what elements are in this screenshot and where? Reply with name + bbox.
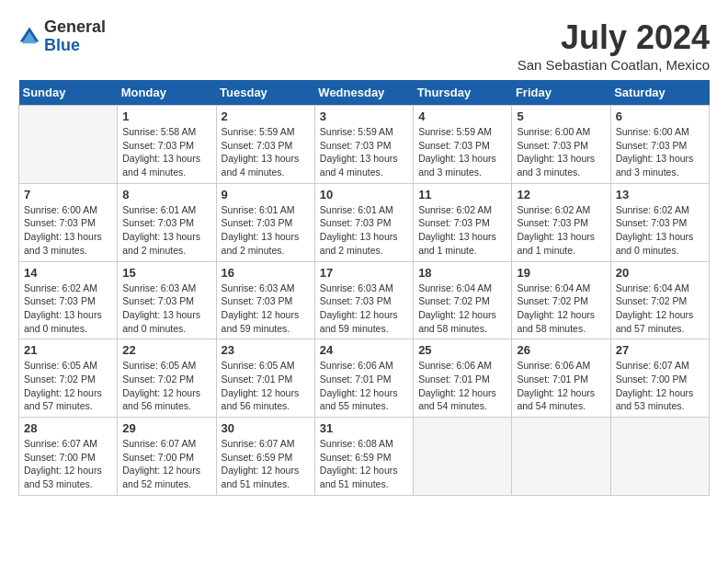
day-header-sunday: Sunday — [19, 80, 118, 106]
cell-details: Sunrise: 6:04 AMSunset: 7:02 PMDaylight:… — [616, 282, 704, 336]
calendar-cell: 28Sunrise: 6:07 AMSunset: 7:00 PMDayligh… — [19, 418, 118, 496]
calendar-cell: 18Sunrise: 6:04 AMSunset: 7:02 PMDayligh… — [414, 261, 512, 339]
day-number: 19 — [517, 266, 605, 280]
cell-details: Sunrise: 6:08 AMSunset: 6:59 PMDaylight:… — [320, 437, 408, 491]
day-number: 1 — [122, 109, 210, 123]
calendar-week-3: 14Sunrise: 6:02 AMSunset: 7:03 PMDayligh… — [19, 261, 710, 339]
day-header-friday: Friday — [512, 80, 610, 106]
calendar-cell: 23Sunrise: 6:05 AMSunset: 7:01 PMDayligh… — [216, 339, 314, 418]
day-number: 22 — [122, 343, 210, 357]
cell-details: Sunrise: 5:58 AMSunset: 7:03 PMDaylight:… — [122, 125, 210, 179]
day-number: 28 — [24, 421, 112, 435]
calendar-cell: 29Sunrise: 6:07 AMSunset: 7:00 PMDayligh… — [118, 418, 216, 496]
day-number: 20 — [616, 266, 704, 280]
cell-details: Sunrise: 6:05 AMSunset: 7:02 PMDaylight:… — [24, 359, 112, 413]
calendar-cell: 24Sunrise: 6:06 AMSunset: 7:01 PMDayligh… — [314, 339, 413, 418]
day-number: 13 — [616, 188, 704, 201]
day-number: 16 — [222, 266, 310, 280]
calendar-cell: 4Sunrise: 5:59 AMSunset: 7:03 PMDaylight… — [414, 106, 512, 184]
day-number: 29 — [122, 421, 210, 435]
logo-general: General — [44, 17, 106, 36]
cell-details: Sunrise: 6:06 AMSunset: 7:01 PMDaylight:… — [320, 359, 408, 413]
day-number: 8 — [122, 188, 210, 201]
calendar-cell: 14Sunrise: 6:02 AMSunset: 7:03 PMDayligh… — [19, 261, 118, 339]
calendar-cell: 9Sunrise: 6:01 AMSunset: 7:03 PMDaylight… — [216, 183, 314, 261]
cell-details: Sunrise: 6:01 AMSunset: 7:03 PMDaylight:… — [320, 203, 408, 258]
calendar-cell: 8Sunrise: 6:01 AMSunset: 7:03 PMDaylight… — [118, 183, 216, 261]
day-number: 31 — [320, 421, 408, 435]
day-number: 23 — [222, 343, 310, 357]
day-number: 4 — [418, 109, 506, 123]
day-number: 26 — [517, 343, 605, 357]
cell-details: Sunrise: 6:06 AMSunset: 7:01 PMDaylight:… — [517, 359, 605, 413]
calendar-cell: 11Sunrise: 6:02 AMSunset: 7:03 PMDayligh… — [414, 183, 512, 261]
cell-details: Sunrise: 6:00 AMSunset: 7:03 PMDaylight:… — [517, 125, 605, 179]
day-number: 2 — [222, 109, 310, 123]
day-number: 17 — [320, 266, 408, 280]
day-number: 24 — [320, 343, 408, 357]
cell-details: Sunrise: 6:07 AMSunset: 7:00 PMDaylight:… — [122, 437, 210, 491]
day-header-saturday: Saturday — [610, 80, 709, 106]
day-number: 12 — [517, 188, 605, 201]
calendar-table: SundayMondayTuesdayWednesdayThursdayFrid… — [18, 80, 710, 496]
cell-details: Sunrise: 6:07 AMSunset: 7:00 PMDaylight:… — [616, 359, 704, 413]
calendar-cell — [19, 106, 118, 184]
calendar-week-1: 1Sunrise: 5:58 AMSunset: 7:03 PMDaylight… — [19, 106, 710, 184]
calendar-cell: 17Sunrise: 6:03 AMSunset: 7:03 PMDayligh… — [314, 261, 413, 339]
cell-details: Sunrise: 6:02 AMSunset: 7:03 PMDaylight:… — [24, 282, 112, 336]
calendar-cell: 31Sunrise: 6:08 AMSunset: 6:59 PMDayligh… — [314, 418, 413, 496]
day-number: 11 — [418, 188, 506, 201]
day-number: 18 — [418, 266, 506, 280]
day-number: 21 — [24, 343, 112, 357]
cell-details: Sunrise: 6:05 AMSunset: 7:01 PMDaylight:… — [222, 359, 310, 413]
cell-details: Sunrise: 5:59 AMSunset: 7:03 PMDaylight:… — [418, 125, 506, 179]
calendar-body: 1Sunrise: 5:58 AMSunset: 7:03 PMDaylight… — [19, 106, 710, 496]
cell-details: Sunrise: 6:00 AMSunset: 7:03 PMDaylight:… — [616, 125, 704, 179]
calendar-cell: 10Sunrise: 6:01 AMSunset: 7:03 PMDayligh… — [314, 183, 413, 261]
cell-details: Sunrise: 6:07 AMSunset: 7:00 PMDaylight:… — [24, 437, 112, 491]
calendar-cell: 26Sunrise: 6:06 AMSunset: 7:01 PMDayligh… — [512, 339, 610, 418]
cell-details: Sunrise: 6:03 AMSunset: 7:03 PMDaylight:… — [222, 282, 310, 336]
day-number: 6 — [616, 109, 704, 123]
calendar-week-2: 7Sunrise: 6:00 AMSunset: 7:03 PMDaylight… — [19, 183, 710, 261]
cell-details: Sunrise: 6:01 AMSunset: 7:03 PMDaylight:… — [222, 203, 310, 258]
calendar-cell — [512, 418, 610, 496]
day-header-tuesday: Tuesday — [216, 80, 314, 106]
day-number: 27 — [616, 343, 704, 357]
cell-details: Sunrise: 6:01 AMSunset: 7:03 PMDaylight:… — [122, 203, 210, 258]
calendar-cell: 7Sunrise: 6:00 AMSunset: 7:03 PMDaylight… — [19, 183, 118, 261]
cell-details: Sunrise: 6:04 AMSunset: 7:02 PMDaylight:… — [517, 282, 605, 336]
day-number: 7 — [24, 188, 112, 201]
month-title: July 2024 — [518, 18, 710, 57]
cell-details: Sunrise: 5:59 AMSunset: 7:03 PMDaylight:… — [320, 125, 408, 179]
cell-details: Sunrise: 6:02 AMSunset: 7:03 PMDaylight:… — [517, 203, 605, 258]
calendar-cell: 19Sunrise: 6:04 AMSunset: 7:02 PMDayligh… — [512, 261, 610, 339]
cell-details: Sunrise: 6:03 AMSunset: 7:03 PMDaylight:… — [320, 282, 408, 336]
day-number: 5 — [517, 109, 605, 123]
cell-details: Sunrise: 5:59 AMSunset: 7:03 PMDaylight:… — [222, 125, 310, 179]
calendar-cell: 1Sunrise: 5:58 AMSunset: 7:03 PMDaylight… — [118, 106, 216, 184]
calendar-cell: 16Sunrise: 6:03 AMSunset: 7:03 PMDayligh… — [216, 261, 314, 339]
calendar-cell — [610, 418, 709, 496]
day-header-wednesday: Wednesday — [314, 80, 413, 106]
page-header: General Blue July 2024 San Sebastian Coa… — [18, 18, 710, 73]
day-number: 25 — [418, 343, 506, 357]
calendar-cell: 21Sunrise: 6:05 AMSunset: 7:02 PMDayligh… — [19, 339, 118, 418]
logo-blue: Blue — [44, 36, 80, 54]
day-number: 30 — [222, 421, 310, 435]
cell-details: Sunrise: 6:02 AMSunset: 7:03 PMDaylight:… — [616, 203, 704, 258]
calendar-cell: 3Sunrise: 5:59 AMSunset: 7:03 PMDaylight… — [314, 106, 413, 184]
day-number: 15 — [122, 266, 210, 280]
title-area: July 2024 San Sebastian Coatlan, Mexico — [518, 18, 710, 73]
cell-details: Sunrise: 6:02 AMSunset: 7:03 PMDaylight:… — [418, 203, 506, 258]
day-number: 10 — [320, 188, 408, 201]
cell-details: Sunrise: 6:05 AMSunset: 7:02 PMDaylight:… — [122, 359, 210, 413]
calendar-week-4: 21Sunrise: 6:05 AMSunset: 7:02 PMDayligh… — [19, 339, 710, 418]
calendar-cell: 5Sunrise: 6:00 AMSunset: 7:03 PMDaylight… — [512, 106, 610, 184]
cell-details: Sunrise: 6:00 AMSunset: 7:03 PMDaylight:… — [24, 203, 112, 258]
calendar-cell: 27Sunrise: 6:07 AMSunset: 7:00 PMDayligh… — [610, 339, 709, 418]
calendar-cell: 2Sunrise: 5:59 AMSunset: 7:03 PMDaylight… — [216, 106, 314, 184]
calendar-header: SundayMondayTuesdayWednesdayThursdayFrid… — [19, 80, 710, 106]
logo-icon — [18, 26, 40, 48]
day-header-monday: Monday — [118, 80, 216, 106]
